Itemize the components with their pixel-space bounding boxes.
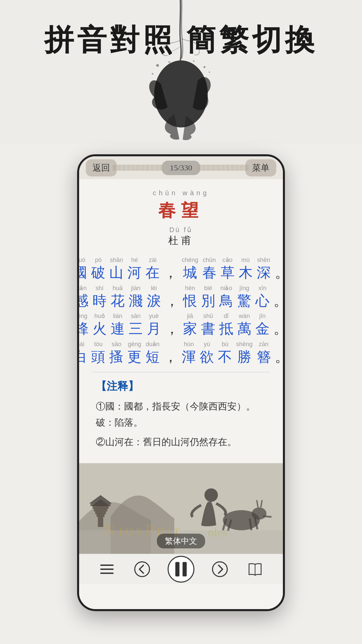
char-pinyin: cǎo (223, 256, 233, 264)
char-group: gèng 更 (127, 340, 141, 366)
char-chinese: 欲 (200, 348, 214, 365)
char-chinese: 草 (221, 264, 235, 281)
char-punct: 。 (274, 320, 285, 337)
back-arrow-icon (134, 561, 150, 577)
char-group: sān 三 (129, 312, 143, 337)
char-chinese: 河 (127, 264, 141, 281)
char-pinyin: shān (110, 256, 123, 264)
char-group: jiàn 濺 (129, 284, 143, 310)
poem-content: chūn wàng 春望 Dù fǔ 杜甫 guó 國 pò (79, 179, 283, 460)
char-group: cǎo 草 (221, 256, 235, 281)
pause-icon (169, 557, 193, 582)
char-pinyin: jīn (259, 312, 265, 320)
char-pinyin: sān (131, 312, 140, 320)
char-pinyin: bié (204, 284, 212, 292)
char-chinese: 勝 (237, 348, 251, 365)
char-group: 。 (274, 284, 285, 310)
previous-button[interactable] (132, 559, 152, 579)
char-pinyin: tóu (94, 340, 103, 348)
char-pinyin: jīng (239, 284, 249, 292)
back-button[interactable]: 返回 (86, 159, 117, 176)
phone-wrapper: 返回 15/330 菜单 chūn wàng 春望 Dù fǔ 杜甫 (0, 144, 362, 625)
char-pinyin: chūn (203, 256, 216, 264)
char-chinese: 不 (218, 348, 232, 365)
char-chinese: 渾 (182, 348, 196, 365)
char-chinese: 木 (239, 264, 253, 281)
char-group: duǎn 短 (145, 340, 160, 366)
play-pause-button[interactable] (168, 556, 194, 583)
char-pinyin: hèn (185, 284, 195, 292)
brick-decoration-left (113, 165, 165, 171)
char-pinyin: shū (203, 312, 213, 320)
char-pinyin: fēng (77, 312, 87, 320)
char-chinese: 城 (183, 264, 197, 281)
promo-title: 拼音對照 簡繁切換 (44, 20, 318, 60)
poem-author-chinese: 杜甫 (93, 234, 269, 248)
char-group: xīn 心 (255, 284, 269, 310)
char-chinese: 更 (127, 348, 141, 365)
char-pinyin: chéng (182, 256, 198, 264)
promo-section: 拼音對照 簡繁切換 (0, 0, 362, 144)
char-chinese: 白 (77, 348, 87, 365)
char-pinyin: zān (259, 340, 268, 348)
char-group: bù 不 (218, 340, 232, 366)
svg-rect-9 (93, 506, 109, 509)
svg-point-3 (152, 73, 154, 75)
char-chinese: 萬 (237, 320, 251, 337)
char-group: yù 欲 (200, 340, 214, 366)
char-group: shū 書 (201, 312, 215, 337)
svg-rect-11 (95, 512, 106, 514)
char-pinyin-empty (168, 340, 174, 348)
char-chinese: 家 (183, 320, 197, 337)
svg-rect-13 (98, 517, 103, 527)
next-button[interactable] (210, 559, 230, 579)
char-pinyin: huā (113, 284, 123, 292)
char-punct: 。 (275, 348, 285, 365)
char-pinyin: niǎo (220, 284, 232, 292)
svg-rect-10 (94, 509, 107, 512)
svg-rect-25 (183, 562, 187, 576)
char-pinyin-empty (169, 284, 175, 292)
char-pinyin: hé (131, 256, 138, 264)
menu-button[interactable]: 菜单 (245, 159, 276, 176)
char-group: mù 木 (239, 256, 253, 281)
char-chinese: 時 (93, 292, 107, 309)
char-group: niǎo 鳥 (219, 284, 233, 310)
svg-point-2 (203, 66, 205, 68)
book-button[interactable] (245, 559, 265, 579)
char-group: shān 山 (109, 256, 123, 281)
menu-nav-button[interactable] (97, 559, 117, 579)
char-pinyin: hún (184, 340, 194, 348)
char-group: tóu 頭 (91, 340, 105, 366)
char-group: jīng 驚 (237, 284, 251, 310)
char-pinyin: zài (149, 256, 157, 264)
char-group: gǎn 感 (77, 284, 88, 310)
svg-point-16 (252, 507, 266, 520)
char-group: ， (165, 284, 179, 310)
char-chinese: 在 (145, 264, 160, 281)
char-group: ， (164, 340, 178, 366)
char-chinese: 三 (129, 320, 143, 337)
top-bar: 返回 15/330 菜单 (79, 156, 283, 179)
char-pinyin: bái (77, 340, 84, 348)
char-chinese: 恨 (183, 292, 197, 309)
char-chinese: 簪 (257, 348, 271, 365)
char-chinese: 破 (91, 264, 105, 281)
svg-point-4 (209, 71, 210, 73)
char-chinese: 書 (201, 320, 215, 337)
poem-line-2: gǎn 感 shí 時 huā 花 jiàn 濺 (93, 284, 269, 310)
char-group: jīn 金 (255, 312, 269, 337)
note-item-2: ②山河在：舊日的山河仍然存在。 (96, 434, 266, 450)
painting-section: NiosPnir oles 繁体中文 (79, 463, 283, 554)
char-chinese: 心 (255, 292, 269, 309)
char-pinyin-empty (278, 312, 284, 320)
char-group: ， (164, 256, 178, 281)
char-pinyin: duǎn (146, 340, 160, 348)
poem-title-pinyin: chūn wàng (93, 189, 269, 197)
svg-point-23 (135, 562, 149, 577)
char-pinyin: pò (95, 256, 102, 264)
char-pinyin: sāo (112, 340, 121, 348)
char-pinyin: shí (96, 284, 104, 292)
char-pinyin: gǎn (77, 284, 87, 292)
poem-title-chinese: 春望 (93, 199, 269, 222)
